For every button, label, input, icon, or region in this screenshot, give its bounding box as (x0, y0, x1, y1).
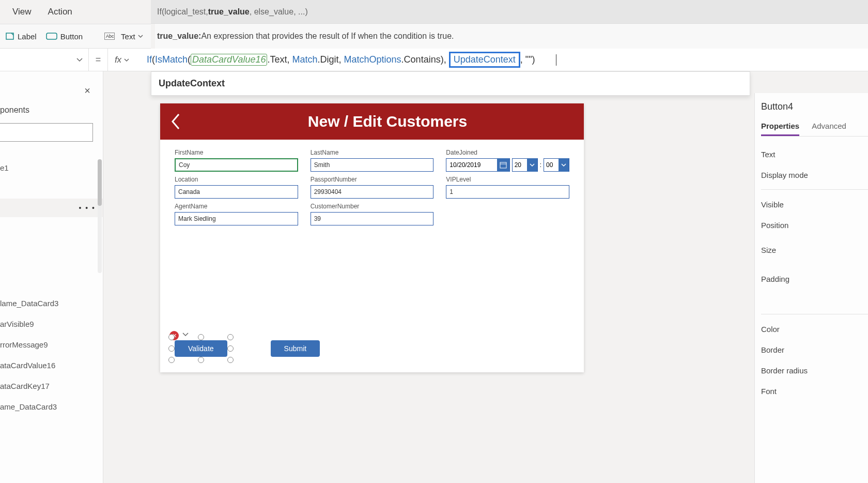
agent-input[interactable] (175, 212, 298, 225)
chevron-down-icon[interactable] (182, 331, 189, 340)
formula-bar: = fx If(IsMatch(DataCardValue16.Text, Ma… (0, 49, 868, 71)
formula-match: Match (292, 54, 318, 65)
tree-item[interactable]: e1 (0, 163, 9, 172)
chevron-down-icon[interactable] (559, 158, 569, 172)
formula-input[interactable]: If(IsMatch(DataCardValue16.Text, Match.D… (136, 52, 868, 68)
minute-select[interactable]: 00 (544, 158, 569, 172)
vip-input[interactable] (446, 185, 569, 199)
field-label: FirstName (175, 149, 298, 156)
svg-rect-4 (500, 162, 506, 168)
field-location: Location (175, 176, 298, 199)
property-dropdown[interactable] (0, 49, 89, 71)
tree-item[interactable]: lame_DataCard3 (0, 299, 58, 308)
prop-position[interactable]: Position (761, 215, 868, 235)
tree-item[interactable]: ataCardValue16 (0, 361, 55, 370)
field-label: LastName (311, 149, 434, 156)
location-input[interactable] (175, 185, 298, 199)
properties-tabs: Properties Advanced (761, 122, 868, 137)
tree-item[interactable]: arVisible9 (0, 320, 34, 328)
prop-font[interactable]: Font (761, 381, 868, 401)
formula-matchoptions: MatchOptions (344, 54, 401, 65)
passport-input[interactable] (311, 185, 434, 199)
prop-size[interactable]: Size (761, 235, 868, 264)
prop-visible[interactable]: Visible (761, 194, 868, 215)
app-canvas: New / Edit Customers FirstName LastName … (160, 103, 584, 372)
chevron-down-icon (123, 57, 130, 63)
field-label: Location (175, 176, 298, 183)
chevron-down-icon[interactable] (527, 158, 537, 172)
firstname-input[interactable] (175, 158, 298, 172)
formula-highlight: UpdateContext (449, 52, 520, 68)
field-label: PassportNumber (311, 176, 434, 183)
prop-padding[interactable]: Padding (761, 264, 868, 293)
back-button[interactable] (160, 112, 191, 131)
ribbon-toolbar: Label Button Abc Text (0, 24, 151, 49)
autocomplete-item[interactable]: UpdateContext (159, 78, 742, 89)
menu-action[interactable]: Action (48, 7, 72, 17)
autocomplete-dropdown: UpdateContext (151, 71, 750, 96)
insert-label-button[interactable]: Label (5, 32, 37, 41)
error-badge-icon[interactable]: ✕ (169, 331, 179, 340)
scrollbar-thumb[interactable] (98, 159, 102, 206)
tree-search-input[interactable] (0, 123, 93, 142)
prop-border[interactable]: Border (761, 339, 868, 360)
chevron-down-icon (76, 56, 83, 64)
ribbon-desc-rest: An expression that provides the result o… (201, 32, 454, 41)
submit-button[interactable]: Submit (271, 340, 320, 357)
tree-view-panel: × ponents e1 • • • lame_DataCard3 arVisi… (0, 71, 103, 483)
hour-select[interactable]: 20 (512, 158, 538, 172)
date-value: 10/20/2019 (446, 161, 497, 169)
chevron-down-icon (137, 33, 144, 39)
menu-bar: View Action (0, 0, 868, 24)
prop-border-radius[interactable]: Border radius (761, 360, 868, 381)
more-icon[interactable]: • • • (79, 204, 96, 212)
validate-button[interactable]: Validate (175, 340, 227, 357)
text-icon: Abc (104, 33, 115, 40)
menu-view[interactable]: View (12, 7, 32, 17)
lastname-input[interactable] (311, 158, 434, 172)
field-passport: PassportNumber (311, 176, 434, 199)
selected-control-name: Button4 (761, 101, 868, 112)
tab-properties[interactable]: Properties (761, 122, 799, 136)
tree-item[interactable]: rrorMessage9 (0, 340, 48, 349)
insert-text-dropdown[interactable]: Abc Text (102, 32, 147, 41)
text-cursor (556, 54, 556, 66)
field-agent: AgentName (175, 203, 298, 225)
field-firstname: FirstName (175, 149, 298, 172)
field-datejoined: DateJoined 10/20/2019 20 : 00 (446, 149, 569, 172)
tree-item-selected[interactable]: • • • (0, 199, 103, 217)
field-label: AgentName (175, 203, 298, 210)
tree-view-header: ponents (0, 105, 29, 115)
calendar-icon[interactable] (497, 158, 509, 172)
close-icon[interactable]: × (84, 85, 90, 97)
divider (761, 189, 868, 190)
tree-item[interactable]: ataCardKey17 (0, 382, 50, 390)
fx-label[interactable]: fx (107, 49, 136, 71)
prop-display-mode[interactable]: Display mode (761, 164, 868, 185)
field-vip: VIPLevel (446, 176, 569, 199)
custno-input[interactable] (311, 212, 434, 225)
field-custno: CustomerNumber (311, 203, 434, 225)
field-label: VIPLevel (446, 176, 569, 183)
prop-color[interactable]: Color (761, 319, 868, 339)
formula-if: If (147, 54, 152, 65)
screen-header: New / Edit Customers (160, 103, 584, 140)
tab-advanced[interactable]: Advanced (812, 122, 846, 136)
tree-item[interactable]: ame_DataCard3 (0, 402, 57, 411)
hour-value: 20 (513, 161, 527, 169)
time-colon: : (540, 158, 541, 172)
insert-button-button[interactable]: Button (46, 32, 83, 41)
insert-text-label: Text (121, 32, 135, 41)
label-icon (5, 32, 14, 41)
properties-panel: Button4 Properties Advanced Text Display… (754, 93, 868, 483)
insert-label-text: Label (18, 32, 37, 41)
button-icon (46, 33, 57, 40)
prop-text[interactable]: Text (761, 144, 868, 164)
equals-label: = (89, 54, 107, 65)
screen-title: New / Edit Customers (191, 113, 584, 130)
date-input[interactable]: 10/20/2019 (446, 158, 509, 172)
field-label: CustomerNumber (311, 203, 434, 210)
button-row: ✕ Validate Submit (175, 340, 320, 357)
formula-ismatch: IsMatch (155, 54, 188, 65)
field-label: DateJoined (446, 149, 569, 156)
